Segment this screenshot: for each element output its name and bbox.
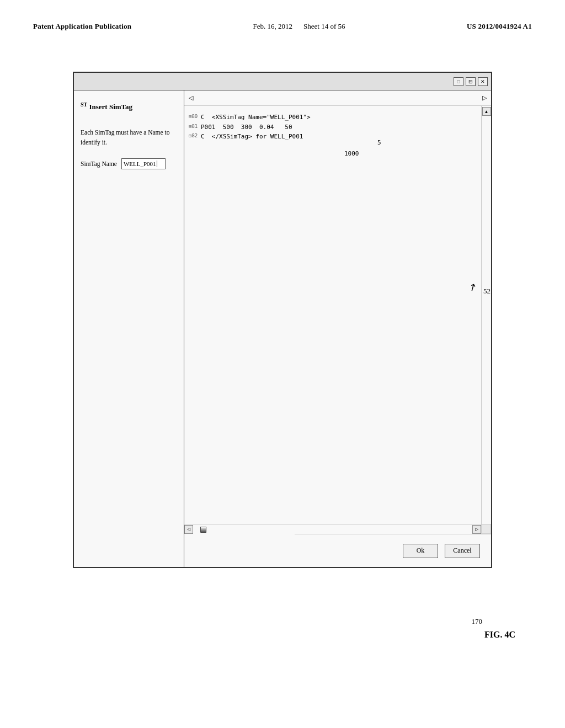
label-170: 170 — [472, 617, 483, 626]
line-num-3: ⊞82 — [189, 132, 201, 140]
pub-date: Feb. 16, 2012 — [253, 22, 293, 31]
label-52: 52 — [483, 287, 491, 296]
description-text: Each SimTag must have a Name to identify… — [81, 128, 177, 147]
scroll-up-btn[interactable]: ▲ — [482, 107, 491, 116]
code-line-3: ⊞82 C </XSSimTag> for WELL_P001 — [189, 132, 477, 142]
scroll-left-arrow[interactable]: ◁ — [189, 94, 193, 101]
sheet-info: Sheet 14 of 56 — [303, 22, 345, 31]
line-content-2: P001 500 300 0.04 50 — [201, 122, 477, 132]
line-num-2: ⊞81 — [189, 122, 201, 130]
fig-label: FIG. 4C — [484, 630, 515, 640]
num-5: 5 — [377, 139, 381, 146]
scrollbar-icon: ▤ — [200, 524, 207, 534]
num-1000: 1000 — [344, 150, 359, 157]
publication-label: Patent Application Publication — [33, 22, 131, 31]
page-header: Patent Application Publication Feb. 16, … — [33, 22, 532, 31]
ok-button[interactable]: Ok — [403, 544, 438, 558]
cursor — [157, 160, 157, 167]
title-bar: □ ⊟ ✕ — [74, 73, 491, 90]
code-line-2: ⊞81 P001 500 300 0.04 50 — [189, 122, 477, 132]
diagram-area: □ ⊟ ✕ ST Insert SimTag Each SimTag must … — [33, 72, 532, 673]
code-line-1: ⊞80 C <XSSimTag Name="WELL_P001"> — [189, 113, 477, 122]
code-area: ◁ ▷ ⊞80 C <XSSimTag Name="WELL_P001"> ⊞8… — [184, 90, 491, 567]
scroll-right-btn-bottom[interactable]: ▷ — [472, 525, 481, 534]
scroll-right-arrow[interactable]: ▷ — [482, 94, 487, 101]
line-content-1: C <XSSimTag Name="WELL_P001"> — [201, 113, 477, 122]
outer-dialog-frame: □ ⊟ ✕ ST Insert SimTag Each SimTag must … — [73, 72, 492, 568]
scroll-corner — [481, 524, 491, 534]
left-panel: ST Insert SimTag Each SimTag must have a… — [74, 90, 184, 567]
code-bottom-scrollbar: ◁ ▤ ▷ — [184, 524, 481, 534]
bottom-bar: Ok Cancel — [295, 534, 491, 567]
patent-number: US 2012/0041924 A1 — [467, 22, 532, 31]
code-content: ⊞80 C <XSSimTag Name="WELL_P001"> ⊞81 P0… — [184, 106, 481, 534]
cancel-button[interactable]: Cancel — [445, 544, 480, 558]
restore-btn[interactable]: ⊟ — [466, 77, 476, 86]
line-num-1: ⊞80 — [189, 113, 201, 120]
line-content-3: C </XSSimTag> for WELL_P001 — [201, 132, 477, 142]
simtag-name-row: SimTag Name WELL_P001 — [81, 158, 177, 169]
minimize-btn[interactable]: □ — [454, 77, 463, 86]
header-center: Feb. 16, 2012 Sheet 14 of 56 — [253, 22, 345, 31]
code-scrollbar-vertical: ▲ — [481, 106, 491, 534]
simtag-name-input[interactable]: WELL_P001 — [121, 158, 166, 169]
scroll-left-btn[interactable]: ◁ — [184, 525, 193, 534]
close-btn[interactable]: ✕ — [478, 77, 488, 86]
insert-simtag-title: ST Insert SimTag — [81, 101, 177, 111]
code-top-bar: ◁ ▷ — [184, 90, 491, 106]
simtag-name-label: SimTag Name — [81, 160, 117, 167]
